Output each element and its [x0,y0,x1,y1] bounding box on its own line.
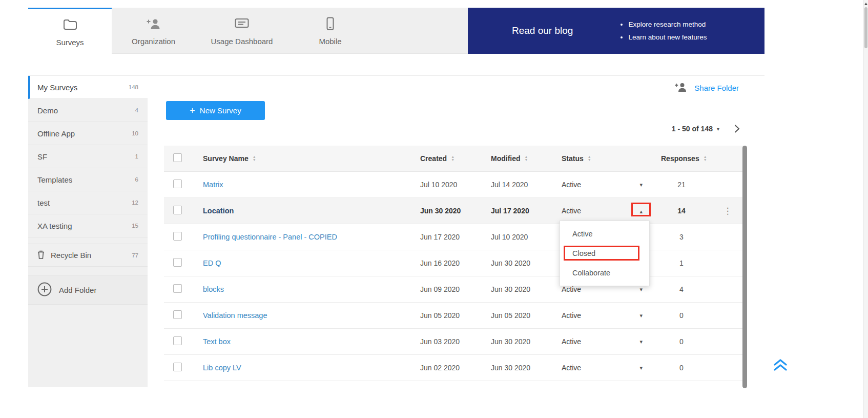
tab-surveys[interactable]: Surveys [28,8,112,54]
header-created: Created [420,154,447,163]
row-menu-kebab-icon[interactable]: ⋮ [724,206,732,216]
responses-cell: 0 [651,364,712,372]
folder-label: My Surveys [37,83,77,92]
header-responses: Responses [661,154,699,163]
status-dropdown-menu: Active Closed Collaborate [560,221,650,286]
row-checkbox[interactable] [173,284,182,293]
modified-cell: Jun 30 2020 [483,285,553,293]
sidebar-item-test[interactable]: test 12 [28,191,148,214]
status-label: Active [562,207,581,215]
survey-name-link[interactable]: Validation message [203,311,267,320]
blog-banner-link[interactable]: Read our blog [512,25,573,36]
sidebar-item-recycle-bin[interactable]: Recycle Bin 77 [28,244,148,267]
new-survey-button[interactable]: + New Survey [166,101,265,120]
scroll-to-top-button[interactable] [772,357,789,374]
banner-bullet: Explore research method [628,18,707,31]
sidebar-item-my-surveys[interactable]: My Surveys 148 [28,76,148,99]
folder-count: 1 [135,153,138,160]
sort-icon[interactable] [253,155,256,162]
responses-cell: 1 [651,259,712,267]
table-row-selected: Location Jun 30 2020 Jul 17 2020 Active … [164,198,743,224]
survey-name-link[interactable]: Location [203,207,234,215]
sort-icon[interactable] [451,155,454,162]
status-label: Active [562,311,581,320]
survey-name-link[interactable]: Profiling questionnaire - Panel - COPIED [203,233,337,241]
row-checkbox[interactable] [173,206,182,214]
top-navigation-bar: Surveys Organization Usage Dashboard Mob… [28,8,764,54]
table-scrollbar[interactable] [742,146,747,388]
folder-count: 148 [129,84,138,90]
person-plus-icon [146,16,161,31]
status-option-closed[interactable]: Closed [560,244,649,263]
responses-cell: 4 [651,285,712,293]
next-page-button[interactable] [734,124,740,133]
status-option-collaborate[interactable]: Collaborate [560,263,649,283]
sidebar-item-xa-testing[interactable]: XA testing 15 [28,214,148,237]
select-all-checkbox[interactable] [173,153,182,162]
status-caret-icon[interactable]: ▾ [639,365,643,371]
sidebar-item-templates[interactable]: Templates 6 [28,168,148,191]
caret-down-icon: ▾ [717,126,719,132]
sidebar-item-offline-app[interactable]: Offline App 10 [28,122,148,145]
created-cell: Jun 17 2020 [412,233,483,241]
folder-count: 12 [132,200,138,206]
scrollbar-thumb[interactable] [864,7,867,48]
mobile-icon [326,16,334,31]
status-caret-icon[interactable]: ▾ [639,182,643,188]
surveys-table: Survey Name Created Modified Status Resp… [164,146,743,381]
tab-mobile[interactable]: Mobile [288,8,372,54]
status-caret-icon[interactable]: ▾ [639,312,643,319]
page-scrollbar[interactable] [863,0,868,418]
annotation-box-closed [564,246,639,261]
created-cell: Jul 10 2020 [412,181,483,189]
survey-name-link[interactable]: blocks [203,285,224,293]
table-row: Profiling questionnaire - Panel - COPIED… [164,224,743,250]
survey-name-link[interactable]: ED Q [203,259,221,267]
table-row: blocks Jun 09 2020 Jun 30 2020 Active▾ 4 [164,276,743,303]
status-option-active[interactable]: Active [560,224,649,244]
sort-icon[interactable] [704,155,707,162]
row-checkbox[interactable] [173,336,182,345]
folder-label: Demo [37,106,58,115]
status-label: Active [562,285,581,293]
sidebar-item-demo[interactable]: Demo 4 [28,99,148,122]
survey-name-link[interactable]: Lib copy LV [203,364,241,372]
board-icon [235,16,249,31]
new-survey-label: New Survey [200,106,241,115]
status-caret-icon[interactable]: ▾ [639,286,643,293]
pagination: 1 - 50 of 148 ▾ [672,124,740,133]
folder-label: Offline App [37,129,75,138]
modified-cell: Jun 30 2020 [483,259,553,267]
pagination-dropdown[interactable]: 1 - 50 of 148 ▾ [672,125,719,133]
sidebar-item-sf[interactable]: SF 1 [28,145,148,168]
tab-usage-dashboard[interactable]: Usage Dashboard [195,8,288,54]
row-checkbox[interactable] [173,363,182,371]
share-folder-button[interactable]: Share Folder [674,82,739,94]
row-checkbox[interactable] [173,310,182,319]
folder-label: SF [37,152,47,161]
created-cell: Jun 05 2020 [412,311,483,320]
tab-label: Surveys [56,38,84,47]
table-header-row: Survey Name Created Modified Status Resp… [164,146,743,172]
folder-count: 10 [132,130,138,136]
sort-icon[interactable] [588,155,591,162]
folder-count: 6 [135,176,138,183]
tab-organization[interactable]: Organization [112,8,195,54]
status-label: Active [562,181,581,189]
table-row: ED Q Jun 16 2020 Jun 30 2020 Active▾ 1 [164,250,743,276]
responses-cell: 14 [651,207,712,215]
survey-name-link[interactable]: Text box [203,337,231,346]
row-checkbox[interactable] [173,180,182,188]
row-checkbox[interactable] [173,232,182,241]
status-label: Active [562,337,581,346]
tab-label: Mobile [319,37,341,46]
sort-icon[interactable] [525,155,528,162]
survey-name-link[interactable]: Matrix [203,181,223,189]
responses-cell: 0 [651,311,712,320]
folder-count: 4 [135,107,138,113]
add-folder-button[interactable]: Add Folder [28,275,148,305]
scrollbar-up-arrow-icon[interactable] [864,3,867,5]
status-caret-icon[interactable]: ▾ [639,339,643,345]
created-cell: Jun 02 2020 [412,364,483,372]
row-checkbox[interactable] [173,258,182,267]
